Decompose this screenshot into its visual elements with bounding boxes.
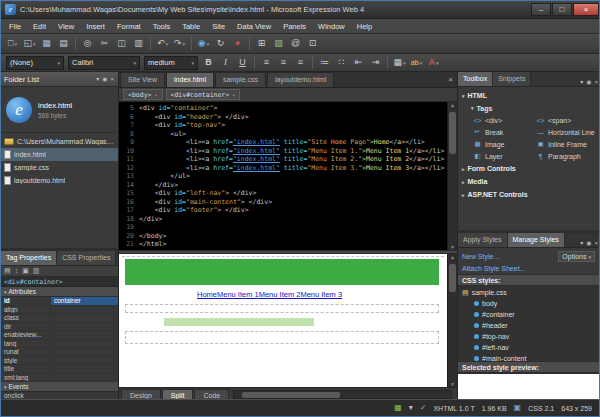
undo-icon[interactable]: ↶▾ xyxy=(155,36,170,51)
menu-item-edit[interactable]: Edit xyxy=(27,19,52,34)
standards-check-icon[interactable]: ✓ xyxy=(420,401,427,415)
toolbox-item-paragraph[interactable]: ¶Paragraph xyxy=(536,150,599,162)
bullet-list-icon[interactable]: ∷ xyxy=(334,55,349,70)
folder-tree-item-index-html[interactable]: index.html xyxy=(1,148,118,161)
summary-view-icon[interactable]: ▥ xyxy=(33,266,40,276)
toolbox-item-div-tag[interactable]: <><div> xyxy=(473,114,536,126)
document-tab-site-view[interactable]: Site View xyxy=(120,72,165,87)
empty-div-guide[interactable] xyxy=(125,304,439,313)
toolbox-group-tags[interactable]: ▾Tags xyxy=(458,102,599,114)
align-left-icon[interactable]: ≡ xyxy=(259,55,274,70)
code-view-pane[interactable]: 5<div id="container">6 <div id="header">… xyxy=(119,102,457,250)
property-row-align[interactable]: align xyxy=(1,306,118,315)
design-leftnav-block[interactable] xyxy=(164,318,314,326)
close-panel-icon[interactable]: × xyxy=(594,239,598,247)
style-item-left-nav[interactable]: #left-nav xyxy=(458,342,599,353)
design-surface[interactable]: HomeMenu Item 1Menu Item 2Menu Item 3 xyxy=(119,254,447,387)
menu-item-format[interactable]: Format xyxy=(111,19,147,34)
design-view-pane[interactable]: HomeMenu Item 1Menu Item 2Menu Item 3 xyxy=(119,254,457,387)
find-icon[interactable]: ◎ xyxy=(80,36,95,51)
toolbox-item-span-tag[interactable]: <><span> xyxy=(536,114,599,126)
window-menu-icon[interactable]: ▾ xyxy=(580,78,583,86)
close-document-icon[interactable]: × xyxy=(448,73,453,87)
property-row-onclick[interactable]: onclick xyxy=(1,392,118,399)
design-vertical-scrollbar[interactable] xyxy=(447,254,457,387)
property-row-runat[interactable]: runat xyxy=(1,348,118,357)
new-style-link[interactable]: New Style... xyxy=(462,253,499,260)
property-row-class[interactable]: class xyxy=(1,314,118,323)
style-item-main-content[interactable]: #main-content xyxy=(458,353,599,361)
property-row-enableview[interactable]: enableview... xyxy=(1,331,118,340)
quick-tag-body[interactable]: <body> xyxy=(123,89,163,100)
design-link-menu-item-1[interactable]: Menu Item 1 xyxy=(217,290,259,299)
property-row-title[interactable]: title xyxy=(1,365,118,374)
style-item-body[interactable]: body xyxy=(458,298,599,309)
menu-item-data-view[interactable]: Data View xyxy=(231,19,277,34)
style-item-container[interactable]: #container xyxy=(458,309,599,320)
show-set-properties-icon[interactable]: ▣ xyxy=(22,266,29,276)
visual-aids-icon[interactable]: ⊡ xyxy=(305,36,320,51)
font-color-icon[interactable]: A▾ xyxy=(426,55,441,70)
window-menu-icon[interactable]: ▾ xyxy=(580,239,583,247)
insert-hyperlink-icon[interactable]: @ xyxy=(288,36,303,51)
menu-item-window[interactable]: Window xyxy=(312,19,351,34)
menu-item-help[interactable]: Help xyxy=(351,19,378,34)
auto-hide-pin-icon[interactable]: ◉ xyxy=(586,78,591,86)
menu-item-insert[interactable]: Insert xyxy=(80,19,111,34)
property-row-id[interactable]: idcontainer xyxy=(1,297,118,306)
design-link-menu-item-2[interactable]: Menu Item 2 xyxy=(259,290,301,299)
window-menu-icon[interactable]: ▾ xyxy=(96,75,99,83)
increase-indent-icon[interactable]: ⇥ xyxy=(368,55,383,70)
scrollbar-thumb[interactable] xyxy=(242,392,340,398)
property-row-dir[interactable]: dir xyxy=(1,323,118,332)
style-application-icon[interactable]: ▾ xyxy=(409,401,413,415)
refresh-icon[interactable]: ↻ xyxy=(213,36,228,51)
toolbox-item-image[interactable]: ▦Image xyxy=(473,138,536,150)
insert-picture-icon[interactable]: ▧ xyxy=(271,36,286,51)
scrollbar-thumb[interactable] xyxy=(449,112,456,154)
visual-aids-status-icon[interactable]: ▦ xyxy=(394,401,402,415)
empty-div-guide[interactable] xyxy=(125,331,439,344)
tab-snippets[interactable]: Snippets xyxy=(493,72,531,86)
toolbox-item-layer[interactable]: ◧Layer xyxy=(473,150,536,162)
minimize-button[interactable]: – xyxy=(531,3,551,16)
italic-icon[interactable]: I xyxy=(218,55,233,70)
open-file-icon[interactable]: ◱▾ xyxy=(22,36,37,51)
preview-in-browser-icon[interactable]: ◉▾ xyxy=(196,36,211,51)
toolbox-item-inline-frame[interactable]: ▣Inline Frame xyxy=(536,138,599,150)
categorized-view-icon[interactable]: ▤ xyxy=(4,266,11,276)
borders-icon[interactable]: ▦▾ xyxy=(392,55,407,70)
redo-icon[interactable]: ↷▾ xyxy=(172,36,187,51)
design-link-menu-item-3[interactable]: Menu Item 3 xyxy=(300,290,342,299)
underline-icon[interactable]: U xyxy=(235,55,250,70)
folder-tree-root[interactable]: C:\Users\Muhammad.Waqas\Documents\M xyxy=(1,135,118,148)
toolbox-section-form-controls[interactable]: ▸Form Controls xyxy=(458,162,599,175)
scrollbar-thumb[interactable] xyxy=(449,264,456,292)
toolbox-section-asp-net-controls[interactable]: ▸ASP.NET Controls xyxy=(458,188,599,201)
paste-icon[interactable]: ▥ xyxy=(131,36,146,51)
close-panel-icon[interactable]: × xyxy=(110,75,114,83)
paragraph-style-dropdown[interactable]: (None) xyxy=(6,56,64,70)
property-section-events[interactable]: ▾Events xyxy=(1,382,118,392)
code-editor[interactable]: 5<div id="container">6 <div id="header">… xyxy=(119,102,447,250)
style-item-header[interactable]: #header xyxy=(458,320,599,331)
document-tab-layoutdemo-html[interactable]: layoutdemo.html xyxy=(267,72,334,87)
close-button[interactable]: × xyxy=(573,3,599,16)
menu-item-tools[interactable]: Tools xyxy=(147,19,177,34)
menu-item-view[interactable]: View xyxy=(52,19,80,34)
print-icon[interactable]: ▤ xyxy=(56,36,71,51)
bold-icon[interactable]: B xyxy=(201,55,216,70)
insert-table-icon[interactable]: ⊞ xyxy=(254,36,269,51)
align-right-icon[interactable]: ≡ xyxy=(293,55,308,70)
toolbox-item-horizontal-line[interactable]: ―Horizontal Line xyxy=(536,126,599,138)
new-document-icon[interactable]: □▾ xyxy=(5,36,20,51)
stylesheet-item[interactable]: ▤sample.css xyxy=(458,287,599,298)
menu-item-panels[interactable]: Panels xyxy=(277,19,312,34)
folder-tree-item-sample-css[interactable]: sample.css xyxy=(1,161,118,174)
cut-icon[interactable]: ✂ xyxy=(97,36,112,51)
toolbox-section-media[interactable]: ▸Media xyxy=(458,175,599,188)
tab-apply-styles[interactable]: Apply Styles xyxy=(458,233,508,247)
close-panel-icon[interactable]: × xyxy=(594,78,598,86)
tab-manage-styles[interactable]: Manage Styles xyxy=(508,233,565,247)
tab-tag-properties[interactable]: Tag Properties xyxy=(1,251,57,265)
